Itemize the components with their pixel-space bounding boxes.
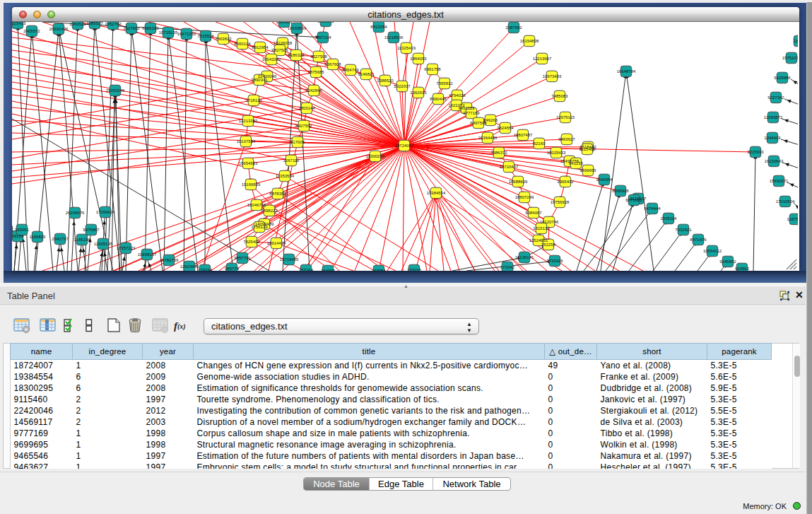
- svg-text:12975115: 12975115: [556, 115, 575, 119]
- svg-text:1145194: 1145194: [74, 238, 91, 242]
- svg-text:16543382: 16543382: [262, 57, 281, 62]
- svg-text:16914479: 16914479: [267, 241, 286, 245]
- svg-text:26206576: 26206576: [66, 211, 85, 215]
- svg-text:10025433: 10025433: [547, 151, 566, 155]
- svg-text:2942737: 2942737: [52, 237, 69, 241]
- svg-text:1640954: 1640954: [596, 177, 613, 182]
- svg-text:9474444: 9474444: [644, 206, 661, 211]
- svg-text:16154808: 16154808: [520, 39, 539, 43]
- svg-text:170105: 170105: [407, 268, 422, 271]
- svg-text:8427552: 8427552: [295, 124, 312, 128]
- svg-text:16210643: 16210643: [765, 159, 784, 163]
- svg-text:985779: 985779: [225, 267, 240, 271]
- svg-text:1090175: 1090175: [317, 22, 334, 23]
- svg-text:7986372: 7986372: [490, 151, 507, 155]
- svg-text:3267110: 3267110: [283, 158, 300, 163]
- svg-text:9242848: 9242848: [305, 88, 322, 93]
- svg-text:1615132: 1615132: [533, 226, 550, 230]
- svg-text:7485083: 7485083: [551, 94, 568, 98]
- svg-text:21364436: 21364436: [478, 136, 498, 140]
- svg-text:252254: 252254: [541, 243, 556, 247]
- svg-text:18724007: 18724007: [395, 144, 414, 148]
- svg-text:17357223: 17357223: [117, 246, 136, 250]
- svg-text:9227342: 9227342: [767, 95, 784, 100]
- svg-text:1244419: 1244419: [764, 136, 781, 140]
- svg-text:7663822: 7663822: [215, 37, 232, 41]
- svg-text:9084067: 9084067: [525, 211, 542, 215]
- svg-text:9146821: 9146821: [358, 72, 375, 76]
- svg-text:16782759: 16782759: [160, 258, 179, 262]
- svg-text:9327508: 9327508: [310, 54, 327, 59]
- svg-text:19654923: 19654923: [239, 161, 258, 165]
- svg-text:641235: 641235: [569, 161, 584, 165]
- svg-text:17010504: 17010504: [776, 199, 795, 204]
- svg-text:29053346: 29053346: [106, 88, 125, 93]
- svg-text:18300295: 18300295: [366, 154, 385, 158]
- svg-text:8454749: 8454749: [342, 68, 359, 72]
- svg-text:1115413: 1115413: [12, 22, 26, 25]
- svg-text:9827506: 9827506: [271, 48, 288, 52]
- svg-text:335051: 335051: [15, 228, 30, 232]
- svg-text:19384554: 19384554: [427, 191, 446, 195]
- svg-text:2367608: 2367608: [324, 62, 341, 66]
- svg-text:3624554: 3624554: [497, 126, 514, 130]
- svg-text:11123: 11123: [794, 39, 798, 43]
- svg-text:3875685: 3875685: [307, 70, 324, 74]
- svg-text:10807487: 10807487: [514, 133, 533, 137]
- svg-text:1603381: 1603381: [276, 22, 293, 24]
- svg-text:9975867: 9975867: [83, 228, 100, 232]
- svg-text:8186328: 8186328: [288, 53, 305, 57]
- svg-text:1527602: 1527602: [123, 26, 140, 30]
- svg-text:10719155: 10719155: [159, 30, 178, 35]
- svg-text:18807249: 18807249: [515, 195, 534, 199]
- svg-text:9129966: 9129966: [774, 76, 791, 80]
- svg-text:16671355: 16671355: [177, 32, 196, 36]
- svg-text:10107554: 10107554: [237, 139, 256, 144]
- svg-text:16033809: 16033809: [288, 26, 307, 30]
- svg-text:11325419: 11325419: [397, 46, 416, 50]
- svg-text:9857791: 9857791: [234, 256, 251, 260]
- svg-text:129234: 129234: [198, 268, 213, 271]
- svg-text:19756928: 19756928: [551, 200, 570, 204]
- svg-text:12923446: 12923446: [180, 264, 199, 269]
- svg-text:62160: 62160: [534, 141, 546, 146]
- svg-text:417006: 417006: [290, 140, 305, 144]
- svg-text:10654112: 10654112: [703, 249, 722, 253]
- svg-text:2087682: 2087682: [505, 25, 522, 30]
- svg-text:8471676: 8471676: [690, 238, 707, 242]
- svg-text:1167533: 1167533: [787, 217, 798, 221]
- svg-text:9699695: 9699695: [579, 168, 596, 173]
- svg-text:3215933: 3215933: [747, 150, 764, 154]
- svg-text:6794028: 6794028: [449, 93, 466, 98]
- svg-text:2718120: 2718120: [245, 98, 262, 103]
- svg-text:164095: 164095: [321, 269, 336, 271]
- svg-text:1588520: 1588520: [377, 78, 394, 83]
- svg-text:1864093: 1864093: [410, 57, 427, 61]
- svg-text:17359924: 17359924: [96, 210, 115, 214]
- svg-text:15716485: 15716485: [280, 257, 299, 262]
- svg-text:9890341: 9890341: [251, 78, 268, 82]
- svg-text:5322037: 5322037: [394, 84, 411, 88]
- svg-text:9777169: 9777169: [463, 111, 480, 115]
- svg-text:7857224: 7857224: [314, 35, 331, 40]
- svg-text:8958928: 8958928: [612, 189, 629, 193]
- svg-text:12905135: 12905135: [94, 242, 113, 246]
- svg-text:6871021: 6871021: [625, 198, 642, 202]
- svg-text:15751074: 15751074: [782, 56, 798, 60]
- svg-text:9115460: 9115460: [579, 147, 596, 151]
- svg-text:1156829: 1156829: [30, 235, 47, 239]
- svg-text:924562: 924562: [735, 267, 750, 271]
- svg-text:6966160: 6966160: [142, 26, 159, 30]
- svg-text:8813054: 8813054: [370, 25, 387, 29]
- svg-text:1052762: 1052762: [105, 22, 122, 26]
- svg-text:160951: 160951: [372, 269, 387, 271]
- svg-text:7515524: 7515524: [197, 34, 214, 38]
- svg-text:7625402: 7625402: [243, 240, 260, 244]
- svg-text:16046766: 16046766: [247, 203, 266, 207]
- svg-text:157164: 157164: [299, 268, 314, 271]
- svg-text:16120746: 16120746: [540, 220, 559, 224]
- svg-text:9245652: 9245652: [719, 259, 736, 264]
- svg-text:8912954: 8912954: [252, 45, 269, 49]
- svg-text:8990448: 8990448: [430, 97, 447, 101]
- svg-text:20691406: 20691406: [49, 27, 69, 31]
